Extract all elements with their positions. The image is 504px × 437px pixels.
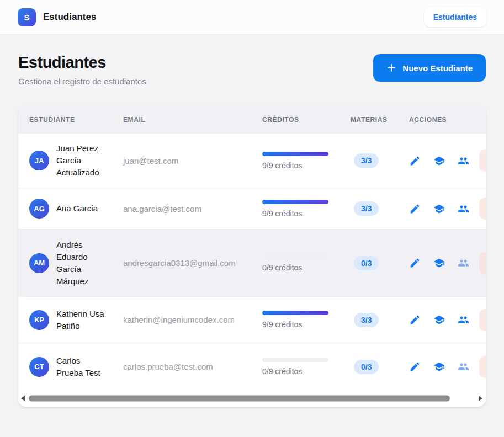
school-icon [433,361,445,372]
pencil-icon [409,155,421,167]
delete-button[interactable] [479,309,486,331]
group-icon [458,361,469,372]
delete-button[interactable] [479,356,486,378]
credits-progress-track [262,152,328,156]
delete-button[interactable] [479,252,486,274]
avatar: AG [29,199,49,218]
credits-progress-fill [262,200,328,204]
table-row: JA Juan Perez García Actualizado juan@te… [18,133,486,188]
scrollbar-left-arrow-icon[interactable] [21,396,25,401]
edit-button[interactable] [409,203,421,215]
materias-badge: 0/3 [354,360,379,374]
school-icon [433,155,445,167]
actions-cell [409,361,479,372]
student-cell: CT Carlos Prueba Test [29,355,123,379]
nav-estudiantes-button[interactable]: Estudiantes [424,7,486,27]
group-icon [458,203,469,215]
materias-cell: 3/3 [351,313,409,327]
actions-cell [409,314,479,326]
table-row: AG Ana Garcia ana.garcia@test.com 9/9 cr… [18,188,486,229]
peers-button[interactable] [458,155,469,167]
credits-label: 0/9 créditos [262,367,351,376]
pencil-icon [409,361,421,372]
credits-label: 9/9 créditos [262,209,351,218]
column-header-creditos: Créditos [262,116,351,124]
table-scroll-viewport: Estudiante Email Créditos Materias Accio… [18,106,486,390]
new-student-button[interactable]: Nuevo Estudiante [373,54,486,82]
column-header-email: Email [123,116,262,124]
table-inner: Estudiante Email Créditos Materias Accio… [18,106,486,390]
group-icon [458,314,469,326]
new-student-button-label: Nuevo Estudiante [402,63,473,73]
peers-button[interactable] [458,203,469,215]
subjects-button[interactable] [433,314,445,326]
peers-button[interactable] [458,314,469,326]
student-email: ana.garcia@test.com [123,204,262,214]
student-cell: AG Ana Garcia [29,199,123,218]
avatar: JA [29,151,49,170]
materias-cell: 3/3 [351,153,409,168]
pencil-icon [409,257,421,269]
materias-badge: 3/3 [354,313,379,327]
pencil-icon [409,314,421,326]
student-name: Katherin Usa Patiño [56,308,108,332]
student-cell: AM Andrés Eduardo García Márquez [29,239,123,287]
materias-cell: 0/3 [351,256,409,270]
materias-badge: 3/3 [354,153,379,168]
peers-button[interactable] [458,361,469,372]
credits-progress-track [262,358,328,362]
edit-button[interactable] [409,314,421,326]
table-row: CT Carlos Prueba Test carlos.prueba@test… [18,343,486,390]
actions-cell [409,257,479,269]
app-title: Estudiantes [43,12,96,23]
subjects-button[interactable] [433,155,445,167]
actions-cell [409,155,479,167]
students-table-card: Estudiante Email Créditos Materias Accio… [18,106,486,407]
materias-badge: 3/3 [354,201,379,216]
horizontal-scrollbar[interactable] [18,390,486,407]
table-header-row: Estudiante Email Créditos Materias Accio… [18,106,486,133]
page-heading-group: Estudiantes Gestiona el registro de estu… [18,54,146,86]
group-icon [458,155,469,167]
scrollbar-thumb[interactable] [29,396,450,402]
scrollbar-right-arrow-icon[interactable] [479,396,482,401]
subjects-button[interactable] [433,257,445,269]
main-content: Estudiantes Gestiona el registro de estu… [0,54,504,407]
edit-button[interactable] [409,155,421,167]
credits-cell: 9/9 créditos [262,152,351,170]
column-header-acciones: Acciones [409,116,479,124]
column-header-estudiante: Estudiante [29,116,123,124]
credits-cell: 9/9 créditos [262,200,351,218]
delete-button[interactable] [479,150,486,172]
student-email: katherin@ingeniumcodex.com [123,315,262,324]
student-name: Andrés Eduardo García Márquez [56,239,108,287]
student-email: juan@test.com [123,156,262,166]
page-header: Estudiantes Gestiona el registro de estu… [18,54,486,86]
delete-button[interactable] [479,198,486,220]
table-row: KP Katherin Usa Patiño katherin@ingenium… [18,296,486,343]
school-icon [433,257,445,269]
student-email: andresgarcia0313@gmail.com [123,258,262,268]
subjects-button[interactable] [433,203,445,215]
credits-progress-fill [262,152,328,156]
avatar: CT [29,357,49,377]
student-cell: JA Juan Perez García Actualizado [29,142,123,179]
edit-button[interactable] [409,361,421,372]
page-subtitle: Gestiona el registro de estudiantes [18,77,146,86]
credits-cell: 0/9 créditos [262,254,351,272]
student-name: Ana Garcia [56,202,108,215]
table-row: AM Andrés Eduardo García Márquez andresg… [18,229,486,296]
avatar: AM [29,253,49,273]
credits-progress-track [262,254,328,258]
page-title: Estudiantes [18,54,146,72]
credits-label: 9/9 créditos [262,320,351,329]
edit-button[interactable] [409,257,421,269]
student-email: carlos.prueba@test.com [123,362,262,371]
navbar-brand: S Estudiantes [18,8,96,26]
school-icon [433,314,445,326]
pencil-icon [409,203,421,215]
credits-progress-track [262,200,328,204]
subjects-button[interactable] [433,361,445,372]
credits-cell: 9/9 créditos [262,311,351,329]
peers-button[interactable] [458,257,469,269]
